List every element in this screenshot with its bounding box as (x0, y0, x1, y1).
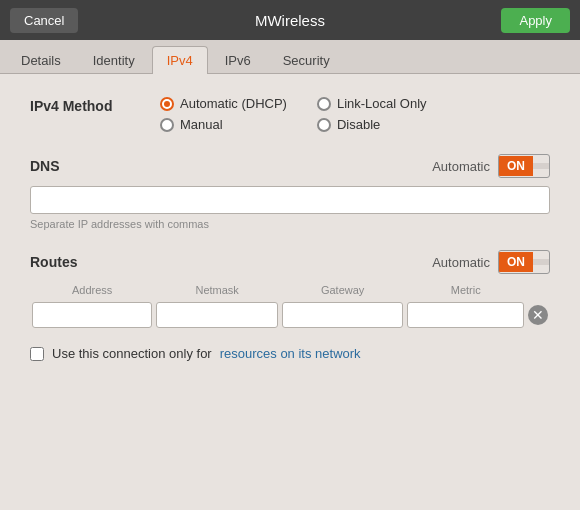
method-disable-label: Disable (337, 117, 380, 132)
method-manual-label: Manual (180, 117, 223, 132)
method-auto-radio[interactable] (160, 97, 174, 111)
routes-section: Routes Automatic ON Address Netmask Gate… (30, 250, 550, 330)
method-auto-label: Automatic (DHCP) (180, 96, 287, 111)
apply-button[interactable]: Apply (501, 8, 570, 33)
method-disable[interactable]: Disable (317, 117, 427, 132)
method-link-local-label: Link-Local Only (337, 96, 427, 111)
route-address-input[interactable] (32, 302, 152, 328)
only-resources-link[interactable]: resources on its network (220, 346, 361, 361)
window-title: MWireless (255, 12, 325, 29)
dns-input[interactable] (30, 186, 550, 214)
only-resources-checkbox[interactable] (30, 347, 44, 361)
dns-section: DNS Automatic ON Separate IP addresses w… (30, 154, 550, 230)
route-netmask-input[interactable] (156, 302, 278, 328)
dns-auto-row: Automatic ON (432, 154, 550, 178)
dns-toggle[interactable]: ON (498, 154, 550, 178)
route-delete-button[interactable]: ✕ (528, 305, 548, 325)
delete-icon: ✕ (532, 308, 544, 322)
method-manual[interactable]: Manual (160, 117, 287, 132)
routes-auto-row: Automatic ON (432, 250, 550, 274)
routes-toggle[interactable]: ON (498, 250, 550, 274)
method-auto[interactable]: Automatic (DHCP) (160, 96, 287, 111)
only-resources-row: Use this connection only for resources o… (30, 346, 550, 361)
col-gateway: Gateway (280, 282, 406, 300)
method-link-local-radio[interactable] (317, 97, 331, 111)
tab-ipv4[interactable]: IPv4 (152, 46, 208, 74)
col-netmask: Netmask (154, 282, 280, 300)
routes-toggle-on: ON (499, 252, 533, 272)
dns-auto-text: Automatic (432, 159, 490, 174)
dns-hint: Separate IP addresses with commas (30, 218, 550, 230)
only-resources-label-before: Use this connection only for (52, 346, 212, 361)
routes-label: Routes (30, 254, 77, 270)
dns-toggle-on: ON (499, 156, 533, 176)
dns-header: DNS Automatic ON (30, 154, 550, 178)
table-row: ✕ (30, 300, 550, 330)
col-delete (526, 282, 550, 300)
routes-header: Routes Automatic ON (30, 250, 550, 274)
tab-security[interactable]: Security (268, 46, 345, 74)
dns-label: DNS (30, 158, 60, 174)
method-manual-radio[interactable] (160, 118, 174, 132)
col-metric: Metric (405, 282, 526, 300)
routes-table: Address Netmask Gateway Metric ✕ (30, 282, 550, 330)
tab-bar: Details Identity IPv4 IPv6 Security (0, 40, 580, 74)
col-address: Address (30, 282, 154, 300)
tab-ipv6[interactable]: IPv6 (210, 46, 266, 74)
routes-auto-text: Automatic (432, 255, 490, 270)
ipv4-method-label: IPv4 Method (30, 96, 160, 114)
route-gateway-input[interactable] (282, 302, 404, 328)
routes-toggle-off (533, 259, 549, 265)
tab-identity[interactable]: Identity (78, 46, 150, 74)
method-link-local[interactable]: Link-Local Only (317, 96, 427, 111)
route-metric-input[interactable] (407, 302, 524, 328)
ipv4-method-options: Automatic (DHCP) Link-Local Only Manual … (160, 96, 427, 132)
ipv4-method-row: IPv4 Method Automatic (DHCP) Link-Local … (30, 96, 550, 132)
method-disable-radio[interactable] (317, 118, 331, 132)
dns-toggle-off (533, 163, 549, 169)
tab-details[interactable]: Details (6, 46, 76, 74)
cancel-button[interactable]: Cancel (10, 8, 78, 33)
titlebar: Cancel MWireless Apply (0, 0, 580, 40)
content-area: IPv4 Method Automatic (DHCP) Link-Local … (0, 74, 580, 383)
